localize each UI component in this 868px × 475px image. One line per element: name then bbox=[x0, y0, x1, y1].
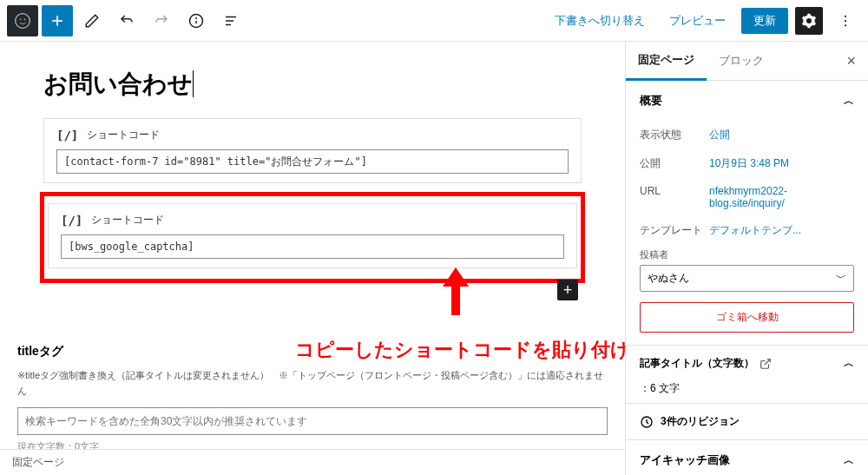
select-value: やぬさん bbox=[648, 271, 689, 286]
section-toggle[interactable]: 概要 ︿ bbox=[626, 81, 868, 121]
undo-icon[interactable] bbox=[111, 5, 142, 36]
annotation-highlight: [/] ショートコード bbox=[40, 192, 585, 283]
row-label: 公開 bbox=[640, 156, 709, 171]
revisions-text: 3件のリビジョン bbox=[661, 414, 740, 429]
author-label: 投稿者 bbox=[626, 245, 868, 261]
svg-line-15 bbox=[765, 359, 770, 364]
add-block-icon[interactable] bbox=[42, 5, 73, 36]
page-title[interactable]: お問い合わせ bbox=[43, 68, 582, 101]
shortcode-block-2[interactable]: [/] ショートコード bbox=[48, 203, 577, 268]
preview-button[interactable]: プレビュー bbox=[661, 8, 734, 34]
add-block-inline-icon[interactable]: + bbox=[557, 280, 578, 300]
tab-block[interactable]: ブロック bbox=[707, 43, 776, 79]
eyecatch-section: アイキャッチ画像 ︿ アイキャッチ画像を設定 bbox=[626, 440, 868, 475]
redo-icon[interactable] bbox=[146, 5, 177, 36]
draft-switch-button[interactable]: 下書きへ切り替え bbox=[546, 8, 654, 34]
update-button[interactable]: 更新 bbox=[741, 8, 788, 34]
chevron-down-icon: ﹀ bbox=[836, 271, 846, 286]
publish-row: 公開 10月9日 3:48 PM bbox=[626, 149, 868, 178]
settings-sidebar: 固定ページ ブロック × 概要 ︿ 表示状態 公開 公開 10月9日 3:48 … bbox=[625, 42, 868, 475]
template-value[interactable]: デフォルトテンプ... bbox=[709, 223, 854, 238]
status-row: 表示状態 公開 bbox=[626, 121, 868, 149]
info-icon[interactable] bbox=[181, 5, 212, 36]
revisions-section: 3件のリビジョン bbox=[626, 404, 868, 440]
shortcode-block-1[interactable]: [/] ショートコード bbox=[43, 118, 582, 183]
settings-gear-icon[interactable] bbox=[795, 7, 823, 35]
block-label: ショートコード bbox=[91, 213, 164, 228]
title-tag-panel: titleタグ ︿ ※titleタグ強制書き換え（記事タイトルは変更されません）… bbox=[17, 335, 608, 453]
revisions-link[interactable]: 3件のリビジョン bbox=[626, 404, 868, 439]
section-toggle[interactable]: アイキャッチ画像 ︿ bbox=[626, 440, 868, 475]
svg-point-13 bbox=[845, 24, 846, 26]
url-value[interactable]: nfekhmyrm2022-blog.site/inquiry/ bbox=[709, 185, 854, 209]
toolbar-left bbox=[7, 5, 247, 36]
toolbar-right: 下書きへ切り替え プレビュー 更新 bbox=[546, 5, 861, 36]
row-label: テンプレート bbox=[640, 223, 709, 238]
outline-icon[interactable] bbox=[215, 5, 247, 36]
edit-icon[interactable] bbox=[76, 5, 108, 36]
chevron-up-icon: ︿ bbox=[597, 345, 608, 360]
section-toggle[interactable]: 記事タイトル（文字数） ︿ bbox=[626, 346, 868, 381]
section-heading: アイキャッチ画像 bbox=[640, 452, 730, 468]
sidebar-tabs: 固定ページ ブロック × bbox=[626, 42, 868, 81]
panel-toggle[interactable]: titleタグ ︿ bbox=[17, 335, 608, 368]
article-title-section: 記事タイトル（文字数） ︿ ：6 文字 bbox=[626, 346, 868, 404]
close-sidebar-icon[interactable]: × bbox=[834, 52, 868, 70]
chevron-up-icon: ︿ bbox=[844, 94, 854, 109]
publish-value[interactable]: 10月9日 3:48 PM bbox=[709, 156, 854, 171]
panel-heading: titleタグ bbox=[17, 344, 63, 360]
template-row: テンプレート デフォルトテンプ... bbox=[626, 216, 868, 245]
block-header: [/] ショートコード bbox=[61, 213, 564, 228]
shortcode-input-1[interactable] bbox=[56, 149, 569, 174]
summary-section: 概要 ︿ 表示状態 公開 公開 10月9日 3:48 PM URL nfekhm… bbox=[626, 81, 868, 346]
block-label: ショートコード bbox=[87, 128, 160, 142]
panel-description: ※titleタグ強制書き換え（記事タイトルは変更されません） ※「トップページ（… bbox=[17, 368, 608, 399]
history-icon bbox=[640, 415, 654, 429]
shortcode-icon: [/] bbox=[61, 214, 82, 228]
svg-point-12 bbox=[845, 19, 846, 21]
svg-point-0 bbox=[16, 13, 30, 28]
top-toolbar: 下書きへ切り替え プレビュー 更新 bbox=[0, 0, 868, 42]
row-label: 表示状態 bbox=[640, 128, 709, 142]
title-char-count: ：6 文字 bbox=[626, 381, 868, 403]
section-heading: 概要 bbox=[640, 93, 662, 109]
footer-breadcrumb[interactable]: 固定ページ bbox=[0, 449, 625, 475]
more-icon[interactable] bbox=[830, 5, 861, 36]
svg-point-11 bbox=[845, 15, 846, 16]
section-heading: 記事タイトル（文字数） bbox=[640, 356, 754, 371]
title-tag-input[interactable] bbox=[17, 407, 608, 435]
trash-button[interactable]: ゴミ箱へ移動 bbox=[640, 302, 854, 333]
external-link-icon bbox=[760, 358, 772, 370]
url-row: URL nfekhmyrm2022-blog.site/inquiry/ bbox=[626, 178, 868, 216]
author-select[interactable]: やぬさん ﹀ bbox=[640, 265, 854, 292]
svg-point-7 bbox=[196, 17, 197, 18]
row-label: URL bbox=[640, 185, 709, 209]
svg-point-2 bbox=[24, 18, 26, 20]
status-value[interactable]: 公開 bbox=[709, 128, 854, 142]
shortcode-icon: [/] bbox=[56, 129, 78, 142]
tab-fixed-page[interactable]: 固定ページ bbox=[626, 42, 707, 81]
chevron-up-icon: ︿ bbox=[844, 453, 854, 468]
wp-logo[interactable] bbox=[7, 5, 38, 36]
svg-point-1 bbox=[20, 18, 22, 20]
shortcode-input-2[interactable] bbox=[61, 234, 564, 259]
block-header: [/] ショートコード bbox=[56, 128, 569, 142]
editor-canvas: お問い合わせ [/] ショートコード [/] ショートコード + コピーしたショ… bbox=[0, 42, 625, 475]
chevron-up-icon: ︿ bbox=[844, 356, 854, 371]
